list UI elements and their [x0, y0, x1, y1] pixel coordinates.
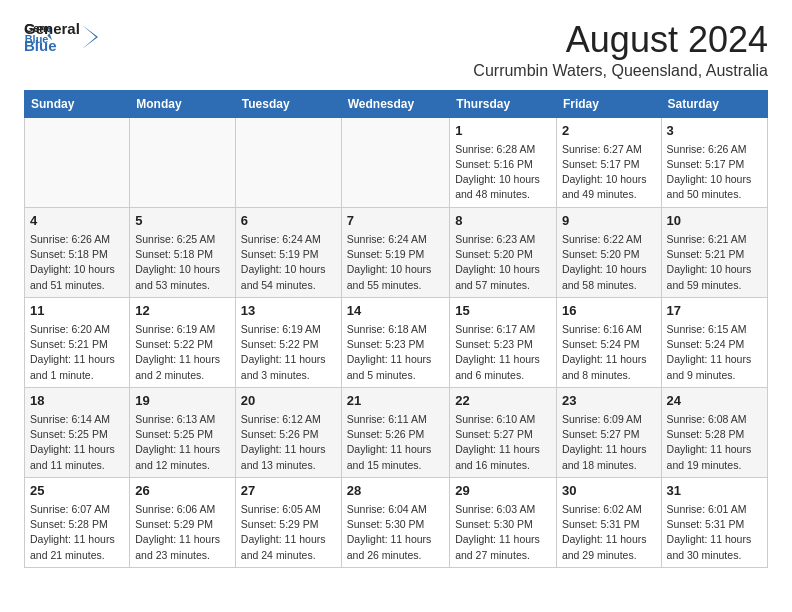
day-number: 28 — [347, 482, 444, 500]
day-info: Sunrise: 6:23 AMSunset: 5:20 PMDaylight:… — [455, 232, 551, 293]
header-sunday: Sunday — [25, 90, 130, 117]
header-saturday: Saturday — [661, 90, 767, 117]
title-block: August 2024 Currumbin Waters, Queensland… — [473, 20, 768, 80]
calendar-cell: 7Sunrise: 6:24 AMSunset: 5:19 PMDaylight… — [341, 207, 449, 297]
calendar-cell: 18Sunrise: 6:14 AMSunset: 5:25 PMDayligh… — [25, 387, 130, 477]
day-number: 13 — [241, 302, 336, 320]
day-info: Sunrise: 6:11 AMSunset: 5:26 PMDaylight:… — [347, 412, 444, 473]
calendar-cell: 22Sunrise: 6:10 AMSunset: 5:27 PMDayligh… — [450, 387, 557, 477]
day-info: Sunrise: 6:04 AMSunset: 5:30 PMDaylight:… — [347, 502, 444, 563]
day-number: 11 — [30, 302, 124, 320]
calendar-cell: 24Sunrise: 6:08 AMSunset: 5:28 PMDayligh… — [661, 387, 767, 477]
calendar-cell: 27Sunrise: 6:05 AMSunset: 5:29 PMDayligh… — [235, 477, 341, 567]
day-info: Sunrise: 6:09 AMSunset: 5:27 PMDaylight:… — [562, 412, 656, 473]
calendar-cell: 28Sunrise: 6:04 AMSunset: 5:30 PMDayligh… — [341, 477, 449, 567]
logo-text: General Blue — [24, 20, 80, 55]
calendar-cell: 13Sunrise: 6:19 AMSunset: 5:22 PMDayligh… — [235, 297, 341, 387]
day-number: 2 — [562, 122, 656, 140]
day-number: 9 — [562, 212, 656, 230]
day-info: Sunrise: 6:17 AMSunset: 5:23 PMDaylight:… — [455, 322, 551, 383]
calendar-cell: 10Sunrise: 6:21 AMSunset: 5:21 PMDayligh… — [661, 207, 767, 297]
calendar-cell: 30Sunrise: 6:02 AMSunset: 5:31 PMDayligh… — [556, 477, 661, 567]
day-number: 22 — [455, 392, 551, 410]
calendar-cell: 5Sunrise: 6:25 AMSunset: 5:18 PMDaylight… — [130, 207, 236, 297]
day-number: 6 — [241, 212, 336, 230]
day-info: Sunrise: 6:19 AMSunset: 5:22 PMDaylight:… — [241, 322, 336, 383]
day-number: 26 — [135, 482, 230, 500]
calendar-cell: 12Sunrise: 6:19 AMSunset: 5:22 PMDayligh… — [130, 297, 236, 387]
day-number: 24 — [667, 392, 762, 410]
day-number: 18 — [30, 392, 124, 410]
day-info: Sunrise: 6:16 AMSunset: 5:24 PMDaylight:… — [562, 322, 656, 383]
day-info: Sunrise: 6:25 AMSunset: 5:18 PMDaylight:… — [135, 232, 230, 293]
logo-arrow-icon — [82, 21, 104, 53]
day-info: Sunrise: 6:10 AMSunset: 5:27 PMDaylight:… — [455, 412, 551, 473]
day-number: 16 — [562, 302, 656, 320]
day-info: Sunrise: 6:02 AMSunset: 5:31 PMDaylight:… — [562, 502, 656, 563]
day-info: Sunrise: 6:28 AMSunset: 5:16 PMDaylight:… — [455, 142, 551, 203]
calendar-cell: 6Sunrise: 6:24 AMSunset: 5:19 PMDaylight… — [235, 207, 341, 297]
day-info: Sunrise: 6:03 AMSunset: 5:30 PMDaylight:… — [455, 502, 551, 563]
day-number: 14 — [347, 302, 444, 320]
day-info: Sunrise: 6:01 AMSunset: 5:31 PMDaylight:… — [667, 502, 762, 563]
calendar-cell — [130, 117, 236, 207]
day-number: 3 — [667, 122, 762, 140]
logo-line2: Blue — [24, 37, 57, 54]
day-number: 30 — [562, 482, 656, 500]
calendar-week-3: 11Sunrise: 6:20 AMSunset: 5:21 PMDayligh… — [25, 297, 768, 387]
calendar-cell: 9Sunrise: 6:22 AMSunset: 5:20 PMDaylight… — [556, 207, 661, 297]
header-wednesday: Wednesday — [341, 90, 449, 117]
calendar-table: SundayMondayTuesdayWednesdayThursdayFrid… — [24, 90, 768, 568]
day-number: 1 — [455, 122, 551, 140]
calendar-cell: 11Sunrise: 6:20 AMSunset: 5:21 PMDayligh… — [25, 297, 130, 387]
day-info: Sunrise: 6:05 AMSunset: 5:29 PMDaylight:… — [241, 502, 336, 563]
day-number: 17 — [667, 302, 762, 320]
day-info: Sunrise: 6:14 AMSunset: 5:25 PMDaylight:… — [30, 412, 124, 473]
calendar-cell: 3Sunrise: 6:26 AMSunset: 5:17 PMDaylight… — [661, 117, 767, 207]
day-number: 4 — [30, 212, 124, 230]
calendar-cell — [235, 117, 341, 207]
day-number: 21 — [347, 392, 444, 410]
calendar-cell: 16Sunrise: 6:16 AMSunset: 5:24 PMDayligh… — [556, 297, 661, 387]
day-number: 31 — [667, 482, 762, 500]
day-info: Sunrise: 6:06 AMSunset: 5:29 PMDaylight:… — [135, 502, 230, 563]
calendar-cell: 15Sunrise: 6:17 AMSunset: 5:23 PMDayligh… — [450, 297, 557, 387]
calendar-week-1: 1Sunrise: 6:28 AMSunset: 5:16 PMDaylight… — [25, 117, 768, 207]
day-info: Sunrise: 6:12 AMSunset: 5:26 PMDaylight:… — [241, 412, 336, 473]
page-title: August 2024 — [473, 20, 768, 60]
day-number: 23 — [562, 392, 656, 410]
calendar-cell — [341, 117, 449, 207]
day-number: 25 — [30, 482, 124, 500]
day-info: Sunrise: 6:26 AMSunset: 5:17 PMDaylight:… — [667, 142, 762, 203]
svg-marker-3 — [82, 25, 98, 49]
calendar-cell: 4Sunrise: 6:26 AMSunset: 5:18 PMDaylight… — [25, 207, 130, 297]
day-number: 29 — [455, 482, 551, 500]
page-subtitle: Currumbin Waters, Queensland, Australia — [473, 62, 768, 80]
calendar-cell: 17Sunrise: 6:15 AMSunset: 5:24 PMDayligh… — [661, 297, 767, 387]
calendar-cell: 1Sunrise: 6:28 AMSunset: 5:16 PMDaylight… — [450, 117, 557, 207]
calendar-week-4: 18Sunrise: 6:14 AMSunset: 5:25 PMDayligh… — [25, 387, 768, 477]
day-number: 15 — [455, 302, 551, 320]
header-thursday: Thursday — [450, 90, 557, 117]
day-info: Sunrise: 6:18 AMSunset: 5:23 PMDaylight:… — [347, 322, 444, 383]
logo-container: General Blue — [24, 20, 104, 55]
day-number: 8 — [455, 212, 551, 230]
calendar-cell: 8Sunrise: 6:23 AMSunset: 5:20 PMDaylight… — [450, 207, 557, 297]
day-info: Sunrise: 6:19 AMSunset: 5:22 PMDaylight:… — [135, 322, 230, 383]
calendar-cell: 23Sunrise: 6:09 AMSunset: 5:27 PMDayligh… — [556, 387, 661, 477]
header-tuesday: Tuesday — [235, 90, 341, 117]
day-number: 19 — [135, 392, 230, 410]
day-info: Sunrise: 6:20 AMSunset: 5:21 PMDaylight:… — [30, 322, 124, 383]
day-number: 27 — [241, 482, 336, 500]
day-info: Sunrise: 6:08 AMSunset: 5:28 PMDaylight:… — [667, 412, 762, 473]
calendar-cell: 26Sunrise: 6:06 AMSunset: 5:29 PMDayligh… — [130, 477, 236, 567]
day-number: 20 — [241, 392, 336, 410]
header-friday: Friday — [556, 90, 661, 117]
calendar-cell: 20Sunrise: 6:12 AMSunset: 5:26 PMDayligh… — [235, 387, 341, 477]
day-info: Sunrise: 6:13 AMSunset: 5:25 PMDaylight:… — [135, 412, 230, 473]
day-number: 5 — [135, 212, 230, 230]
day-number: 12 — [135, 302, 230, 320]
calendar-week-2: 4Sunrise: 6:26 AMSunset: 5:18 PMDaylight… — [25, 207, 768, 297]
day-info: Sunrise: 6:21 AMSunset: 5:21 PMDaylight:… — [667, 232, 762, 293]
calendar-cell: 31Sunrise: 6:01 AMSunset: 5:31 PMDayligh… — [661, 477, 767, 567]
